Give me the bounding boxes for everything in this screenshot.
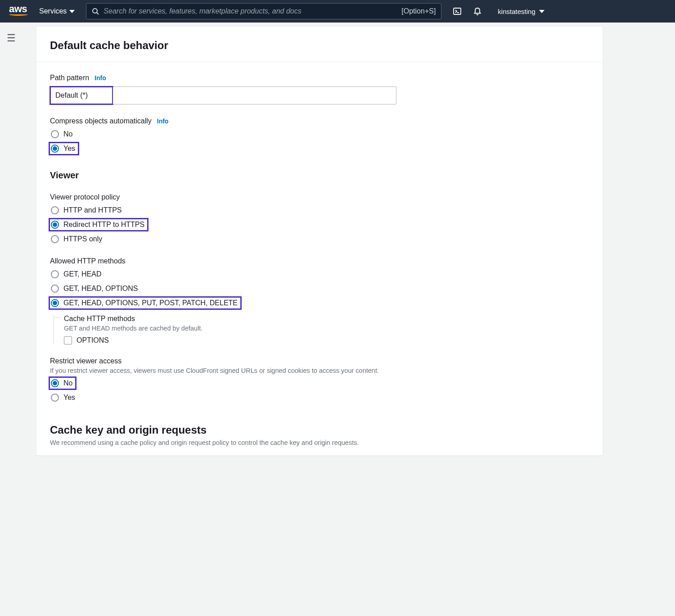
radio-label: No [63,130,72,138]
radio-icon [51,394,59,402]
radio-label: Redirect HTTP to HTTPS [63,221,144,229]
path-pattern-input[interactable] [50,86,113,104]
account-label: kinstatesting [498,8,535,15]
radio-label: Yes [63,145,75,153]
compress-field: Compress objects automatically Info No Y… [50,117,589,154]
hamburger-icon: ☰ [7,32,16,44]
panel-header: Default cache behavior [36,27,603,62]
cache-key-help: We recommend using a cache policy and or… [50,439,589,446]
radio-icon [51,299,59,307]
notifications-icon[interactable] [473,7,482,16]
compress-no-radio[interactable]: No [50,129,75,140]
content-area: Default cache behavior Path pattern Info [22,23,675,469]
radio-icon [51,235,59,243]
svg-point-0 [93,9,97,13]
radio-icon [51,206,59,214]
search-icon [92,8,99,15]
top-nav: aws Services [Option+S] kinstatesting [0,0,675,23]
restrict-viewer-help: If you restrict viewer access, viewers m… [50,367,589,374]
radio-icon [51,221,59,229]
radio-label: No [63,379,72,387]
protocol-redirect-radio[interactable]: Redirect HTTP to HTTPS [50,219,147,230]
restrict-yes-radio[interactable]: Yes [50,392,78,403]
search-kbd-hint: [Option+S] [401,7,436,15]
methods-all-radio[interactable]: GET, HEAD, OPTIONS, PUT, POST, PATCH, DE… [50,298,240,308]
restrict-viewer-label: Restrict viewer access [50,357,589,365]
methods-get-head-options-radio[interactable]: GET, HEAD, OPTIONS [50,283,140,294]
radio-icon [51,130,59,138]
path-pattern-label: Path pattern [50,74,89,82]
global-search[interactable]: [Option+S] [86,3,441,19]
radio-label: GET, HEAD, OPTIONS, PUT, POST, PATCH, DE… [63,299,238,307]
cache-http-methods-help: GET and HEAD methods are cached by defau… [64,325,589,332]
panel-title: Default cache behavior [50,39,589,52]
cache-behavior-panel: Default cache behavior Path pattern Info [36,26,603,456]
radio-label: GET, HEAD, OPTIONS [63,285,138,293]
checkbox-label: OPTIONS [76,336,109,344]
services-menu[interactable]: Services [39,7,75,15]
compress-label: Compress objects automatically [50,117,152,125]
path-pattern-input-ext [113,86,396,104]
radio-label: Yes [63,394,75,402]
protocol-https-only-radio[interactable]: HTTPS only [50,234,105,245]
compress-info-link[interactable]: Info [157,118,169,125]
cache-options-checkbox[interactable]: OPTIONS [64,336,589,344]
search-input[interactable] [104,7,401,15]
restrict-viewer-field: Restrict viewer access If you restrict v… [50,357,589,403]
methods-get-head-radio[interactable]: GET, HEAD [50,269,104,280]
radio-icon [51,145,59,153]
sidebar-toggle[interactable]: ☰ [0,23,22,469]
chevron-down-icon [539,10,544,13]
cache-http-methods-title: Cache HTTP methods [64,315,589,323]
radio-icon [51,285,59,293]
chevron-down-icon [69,10,75,13]
path-pattern-field: Path pattern Info [50,74,589,104]
radio-label: HTTP and HTTPS [63,206,122,214]
radio-label: HTTPS only [63,235,102,243]
checkbox-icon [64,336,72,344]
path-pattern-info-link[interactable]: Info [94,74,106,82]
compress-yes-radio[interactable]: Yes [50,143,78,154]
allowed-methods-field: Allowed HTTP methods GET, HEAD GET, HEAD… [50,257,589,344]
viewer-protocol-field: Viewer protocol policy HTTP and HTTPS Re… [50,193,589,245]
radio-icon [51,379,59,387]
restrict-no-radio[interactable]: No [50,378,75,389]
protocol-http-https-radio[interactable]: HTTP and HTTPS [50,205,125,216]
account-menu[interactable]: kinstatesting [498,8,544,15]
viewer-heading: Viewer [50,170,589,181]
radio-icon [51,270,59,278]
cache-http-methods-block: Cache HTTP methods GET and HEAD methods … [54,315,589,344]
aws-logo[interactable]: aws [9,3,28,16]
cache-key-heading: Cache key and origin requests [50,424,589,436]
svg-line-1 [97,13,99,14]
radio-label: GET, HEAD [63,270,101,278]
services-label: Services [39,7,67,15]
viewer-protocol-label: Viewer protocol policy [50,193,589,201]
allowed-methods-label: Allowed HTTP methods [50,257,589,265]
cloudshell-icon[interactable] [453,7,462,16]
